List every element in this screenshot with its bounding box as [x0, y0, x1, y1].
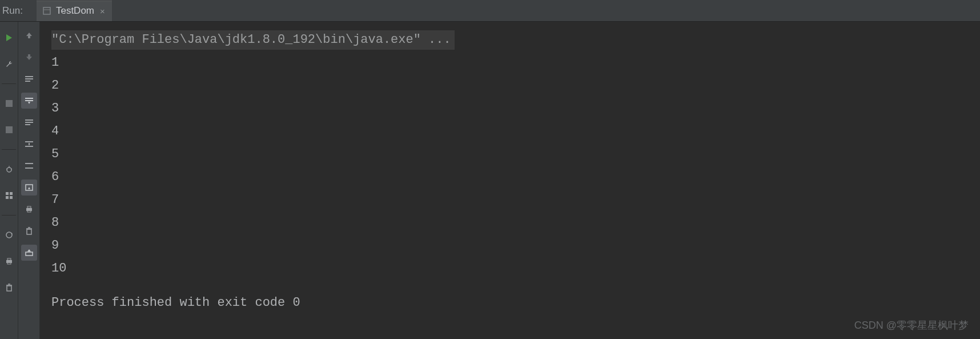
svg-rect-3	[6, 100, 13, 107]
console-exit: Process finished with exit code 0	[51, 292, 980, 314]
svg-marker-43	[27, 249, 31, 252]
scroll-to-end-icon[interactable]	[21, 93, 37, 109]
console-line: 10	[51, 257, 980, 280]
svg-rect-12	[10, 196, 13, 199]
svg-marker-26	[28, 102, 30, 104]
svg-point-13	[6, 232, 12, 238]
trash-icon[interactable]	[21, 223, 37, 239]
svg-rect-4	[6, 126, 13, 133]
soft-wrap-icon[interactable]	[21, 71, 37, 87]
wrap-lines-icon[interactable]	[21, 114, 37, 130]
rerun-icon[interactable]	[21, 136, 37, 152]
svg-rect-11	[6, 196, 9, 199]
svg-rect-42	[26, 252, 33, 256]
separator	[2, 149, 16, 150]
svg-rect-37	[27, 206, 31, 208]
svg-rect-39	[27, 229, 31, 234]
wrap-icon[interactable]	[21, 158, 37, 174]
console-line: 3	[51, 97, 980, 120]
run-tab-bar: Run: TestDom ×	[0, 0, 980, 22]
svg-point-5	[7, 167, 11, 172]
console-line: 7	[51, 189, 980, 212]
separator	[2, 215, 16, 216]
bug-restart-icon[interactable]	[1, 227, 17, 243]
svg-rect-9	[6, 192, 9, 195]
console-line: 2	[51, 74, 980, 97]
console-line: 5	[51, 143, 980, 166]
trash-icon[interactable]	[1, 280, 17, 296]
console-line: 9	[51, 234, 980, 257]
watermark: CSDN @零零星星枫叶梦	[854, 318, 969, 332]
bug-icon[interactable]	[1, 161, 17, 177]
svg-marker-2	[6, 34, 12, 41]
separator	[2, 83, 16, 84]
svg-rect-10	[10, 192, 13, 195]
svg-marker-35	[28, 187, 30, 189]
arrow-down-icon[interactable]	[21, 49, 37, 65]
run-label: Run:	[2, 5, 23, 17]
stop-icon[interactable]	[1, 95, 17, 111]
console-line: 1	[51, 51, 980, 74]
layout-icon[interactable]	[1, 188, 17, 204]
tab-title: TestDom	[56, 5, 94, 17]
console-line: 8	[51, 212, 980, 234]
arrow-up-icon[interactable]	[21, 27, 37, 43]
run-tab[interactable]: TestDom ×	[37, 1, 112, 21]
wrench-icon[interactable]	[1, 56, 17, 72]
close-icon[interactable]: ×	[99, 6, 106, 16]
svg-rect-0	[43, 7, 50, 14]
svg-rect-17	[7, 262, 11, 264]
capture-icon[interactable]	[21, 180, 37, 196]
print-icon[interactable]	[1, 253, 17, 269]
export-icon[interactable]	[21, 245, 37, 261]
svg-rect-38	[27, 210, 31, 212]
run-gutter	[0, 22, 18, 339]
file-icon	[42, 6, 51, 15]
console-command: "C:\Program Files\Java\jdk1.8.0_192\bin\…	[51, 30, 455, 50]
stop-icon[interactable]	[1, 122, 17, 138]
svg-rect-16	[7, 258, 11, 260]
console-line: 4	[51, 120, 980, 143]
print-icon[interactable]	[21, 201, 37, 217]
console-line: 6	[51, 166, 980, 189]
svg-rect-18	[7, 286, 11, 291]
console-toolbar	[18, 22, 40, 339]
play-icon[interactable]	[1, 30, 17, 46]
console-output[interactable]: "C:\Program Files\Java\jdk1.8.0_192\bin\…	[40, 22, 980, 339]
